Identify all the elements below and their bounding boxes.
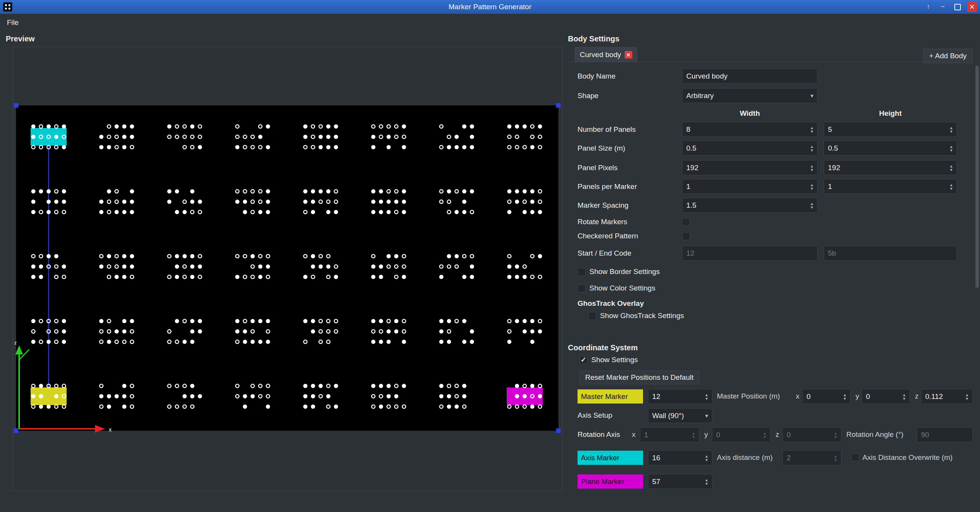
spin-down-icon[interactable]: ▾ (811, 205, 813, 209)
spin-down-icon[interactable]: ▾ (811, 168, 813, 172)
reset-marker-positions-button[interactable]: Reset Marker Positions to Default (579, 371, 699, 384)
spin-value: 5 (828, 125, 832, 134)
master-position-x-spinbox[interactable]: 0 ▴▾ (802, 389, 851, 404)
spin-down-icon[interactable]: ▾ (811, 148, 813, 152)
spin-down-icon[interactable]: ▾ (950, 148, 952, 152)
number-of-panels-width-spinbox[interactable]: 8 ▴▾ (682, 122, 818, 137)
rotation-axis-label: Rotation Axis (578, 430, 620, 439)
show-ghostrack-settings-label: Show GhosTrack Settings (600, 312, 684, 320)
master-marker-row: Master Marker 12 ▴▾ Master Position (m) … (568, 389, 973, 404)
rotation-z-spinbox[interactable]: 0 ▴▾ (782, 427, 841, 442)
master-position-z-spinbox[interactable]: 0.112 ▴▾ (921, 389, 973, 404)
body-name-row: Body Name Curved body (568, 69, 973, 84)
panel-pixels-height-spinbox[interactable]: 192 ▴▾ (824, 160, 957, 175)
show-ghostrack-settings-checkbox[interactable] (588, 312, 596, 320)
rotation-axis-row: Rotation Axis x 1 ▴▾ y 0 ▴▾ z 0 ▴▾ Rotat… (568, 427, 973, 442)
axis-setup-dropdown[interactable]: Wall (90°) ▾ (648, 408, 712, 423)
show-border-settings-checkbox[interactable] (578, 268, 586, 276)
spin-down-icon[interactable]: ▾ (811, 187, 813, 190)
tab-close-icon[interactable]: ✕ (625, 51, 632, 59)
spin-arrows[interactable]: ▴▾ (702, 451, 711, 464)
master-position-y-spinbox[interactable]: 0 ▴▾ (862, 389, 910, 404)
menu-bar: File (0, 14, 980, 31)
keep-above-icon[interactable]: ↑ (923, 2, 933, 12)
rotation-y-spinbox[interactable]: 0 ▴▾ (712, 427, 771, 442)
show-color-settings-label: Show Color Settings (589, 284, 655, 292)
master-marker-id-spinbox[interactable]: 12 ▴▾ (648, 389, 712, 404)
spin-down-icon[interactable]: ▾ (966, 397, 968, 400)
minimize-icon[interactable]: − (938, 2, 948, 12)
rotation-x-spinbox[interactable]: 1 ▴▾ (640, 427, 699, 442)
spin-arrows[interactable]: ▴▾ (808, 123, 816, 136)
axis-marker-id-spinbox[interactable]: 16 ▴▾ (648, 450, 712, 465)
show-settings-checkbox[interactable] (579, 356, 587, 364)
spin-arrows[interactable]: ▴▾ (702, 475, 711, 488)
spin-down-icon: ▾ (834, 435, 837, 439)
axis-distance-overwrite-checkbox[interactable] (851, 453, 859, 461)
spin-down-icon[interactable]: ▾ (705, 397, 708, 400)
number-of-panels-height-spinbox[interactable]: 5 ▴▾ (824, 122, 957, 137)
panels-per-marker-width-spinbox[interactable]: 1 ▴▾ (682, 179, 818, 194)
spin-down-icon[interactable]: ▾ (950, 130, 952, 133)
panel-size-row: Panel Size (m) 0.5 ▴▾ 0.5 ▴▾ (568, 141, 973, 156)
spin-value: 192 (828, 164, 840, 172)
axis-setup-row: Axis Setup Wall (90°) ▾ (568, 408, 973, 423)
axis-distance-spinbox[interactable]: 2 ▴▾ (782, 450, 841, 465)
add-body-button[interactable]: + Add Body (923, 49, 973, 63)
spin-arrows[interactable]: ▴▾ (702, 390, 711, 403)
close-icon[interactable]: ✕ (967, 2, 977, 12)
spin-arrows[interactable]: ▴▾ (947, 161, 955, 174)
scrollbar-thumb[interactable] (975, 66, 979, 288)
spin-arrows[interactable]: ▴▾ (963, 390, 971, 403)
panel-size-width-spinbox[interactable]: 0.5 ▴▾ (682, 141, 818, 156)
spin-down-icon[interactable]: ▾ (950, 187, 952, 190)
spin-down-icon[interactable]: ▾ (950, 168, 952, 172)
spin-arrows[interactable]: ▴▾ (947, 142, 955, 154)
spin-value: 0 (807, 392, 811, 401)
marker-spacing-spinbox[interactable]: 1.5 ▴▾ (682, 198, 818, 213)
spin-down-icon[interactable]: ▾ (844, 397, 846, 400)
spin-down-icon[interactable]: ▾ (811, 130, 813, 133)
panel-size-height-spinbox[interactable]: 0.5 ▴▾ (824, 141, 957, 156)
coordinate-system-title: Coordinate System (568, 343, 973, 352)
spin-down-icon: ▾ (692, 435, 695, 439)
master-z-label: z (915, 392, 919, 400)
spin-arrows[interactable]: ▴▾ (947, 123, 955, 136)
spin-arrows[interactable]: ▴▾ (808, 142, 816, 154)
menu-file[interactable]: File (2, 16, 23, 29)
maximize-icon[interactable] (952, 2, 962, 12)
show-color-settings-checkbox[interactable] (578, 284, 586, 292)
marker-preview-canvas[interactable]: xz (13, 47, 562, 491)
tab-curved-body[interactable]: Curved body ✕ (575, 47, 637, 62)
shape-dropdown[interactable]: Arbitrary ▾ (682, 88, 818, 103)
spin-arrows[interactable]: ▴▾ (808, 180, 816, 193)
rotate-markers-checkbox[interactable] (682, 218, 690, 226)
spin-arrows[interactable]: ▴▾ (808, 161, 816, 174)
checkered-pattern-checkbox[interactable] (682, 232, 690, 240)
spin-arrows[interactable]: ▴▾ (808, 199, 816, 212)
master-position-label: Master Position (m) (717, 392, 780, 400)
spin-down-icon[interactable]: ▾ (705, 482, 708, 486)
number-of-panels-row: Number of Panels 8 ▴▾ 5 ▴▾ (568, 122, 973, 137)
panels-per-marker-height-spinbox[interactable]: 1 ▴▾ (824, 179, 957, 194)
preview-panel[interactable]: xz (13, 47, 563, 491)
end-code-input[interactable]: 5b (824, 246, 957, 261)
rotation-z-label: z (775, 430, 779, 439)
show-border-settings-label: Show Border Settings (589, 267, 660, 276)
spin-arrows[interactable]: ▴▾ (841, 390, 849, 403)
spin-arrows[interactable]: ▴▾ (947, 180, 955, 193)
spin-down-icon[interactable]: ▾ (705, 458, 708, 462)
spin-arrows[interactable]: ▴▾ (900, 390, 908, 403)
rotation-angle-input[interactable]: 90 (917, 427, 973, 442)
panels-per-marker-row: Panels per Marker 1 ▴▾ 1 ▴▾ (568, 179, 973, 194)
checkered-pattern-label: Checkered Pattern (578, 232, 638, 240)
panel-pixels-width-spinbox[interactable]: 192 ▴▾ (682, 160, 818, 175)
spin-value: 1 (686, 182, 690, 191)
plane-marker-id-spinbox[interactable]: 57 ▴▾ (648, 474, 712, 489)
start-code-input[interactable]: 12 (682, 246, 818, 261)
spin-down-icon[interactable]: ▾ (903, 397, 905, 400)
spin-value: 1 (828, 182, 832, 191)
body-name-input[interactable]: Curved body (682, 69, 818, 84)
spin-value: 57 (652, 478, 660, 486)
title-bar[interactable]: Marker Pattern Generator ↑ − ✕ (0, 0, 980, 14)
